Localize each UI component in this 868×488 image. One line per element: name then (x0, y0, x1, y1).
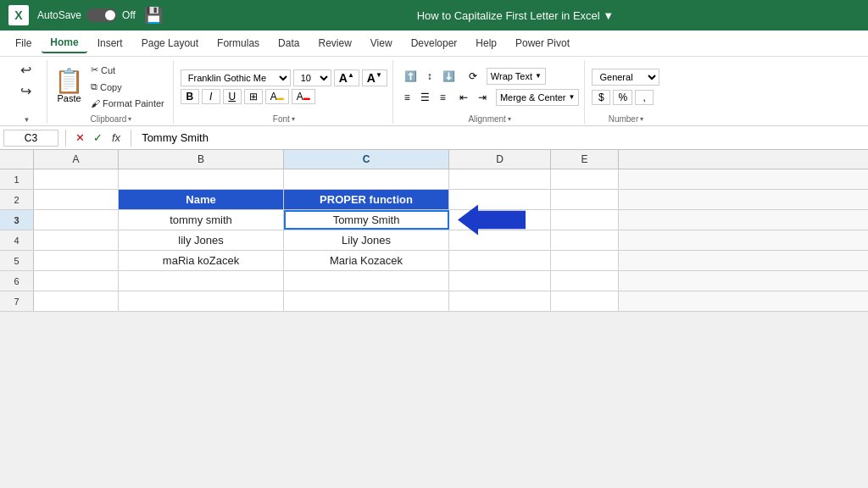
menu-insert[interactable]: Insert (89, 34, 131, 53)
formula-input[interactable] (138, 130, 865, 146)
cell-c2[interactable]: PROPER function (284, 190, 449, 209)
dollar-button[interactable]: $ (592, 90, 610, 105)
align-left-button[interactable]: ≡ (400, 89, 415, 106)
menu-page-layout[interactable]: Page Layout (133, 34, 207, 53)
undo-button[interactable]: ↩ (13, 60, 40, 80)
wrap-text-button[interactable]: Wrap Text ▼ (487, 68, 546, 85)
menu-review[interactable]: Review (309, 34, 359, 53)
border-button[interactable]: ⊞ (244, 89, 263, 104)
col-header-e[interactable]: E (551, 150, 619, 169)
cell-c3[interactable]: Tommy Smith (284, 210, 449, 230)
font-name-select[interactable]: Franklin Gothic Me (181, 69, 291, 86)
cell-a4[interactable] (34, 230, 119, 250)
align-middle-button[interactable]: ↕ (423, 68, 437, 85)
cell-a3[interactable] (34, 210, 119, 230)
cell-a5[interactable] (34, 251, 119, 270)
align-right-button[interactable]: ≡ (436, 89, 450, 106)
indent-increase-button[interactable]: ⇥ (474, 89, 491, 106)
menu-home[interactable]: Home (42, 33, 86, 53)
copy-button[interactable]: ⧉ Copy (87, 80, 168, 94)
cell-a1[interactable] (34, 169, 119, 189)
formula-bar-divider2 (131, 130, 131, 147)
cell-e1[interactable] (551, 169, 619, 189)
cell-e3[interactable] (551, 210, 619, 230)
col-header-d[interactable]: D (449, 150, 551, 169)
menu-developer[interactable]: Developer (403, 34, 466, 53)
cell-c4[interactable]: Lily Jones (284, 230, 449, 250)
cell-e5[interactable] (551, 251, 619, 270)
cell-b6[interactable] (119, 271, 284, 291)
indent-decrease-button[interactable]: ⇤ (455, 89, 472, 106)
cell-d4[interactable] (449, 230, 551, 250)
save-icon[interactable]: 💾 (144, 6, 163, 25)
fill-color-button[interactable]: A▬ (265, 89, 289, 104)
align-top-button[interactable]: ⬆️ (400, 68, 421, 85)
formula-cancel-button[interactable]: ✕ (73, 131, 87, 144)
number-format-select[interactable]: General (592, 69, 659, 86)
cell-b3[interactable]: tommy smith (119, 210, 284, 230)
cell-c1[interactable] (284, 169, 449, 189)
comma-button[interactable]: , (635, 90, 654, 105)
cell-d3[interactable] (449, 210, 551, 230)
redo-button[interactable]: ↪ (13, 81, 40, 101)
cell-d5[interactable] (449, 251, 551, 270)
font-color-button[interactable]: A▬ (292, 89, 315, 104)
undo-group: ↩ ↪ ▼ (5, 60, 47, 124)
autosave-toggle[interactable] (86, 8, 117, 22)
increase-font-button[interactable]: A▲ (334, 69, 359, 86)
col-header-c[interactable]: C (284, 150, 449, 169)
cell-e4[interactable] (551, 230, 619, 250)
cell-reference-input[interactable] (3, 130, 58, 147)
cell-b5[interactable]: maRia koZacek (119, 251, 284, 270)
undo-group-label: ▼ (22, 116, 31, 124)
cell-d1[interactable] (449, 169, 551, 189)
menu-file[interactable]: File (7, 34, 40, 53)
bold-button[interactable]: B (181, 89, 199, 104)
format-painter-button[interactable]: 🖌 Format Painter (87, 97, 168, 110)
merge-center-button[interactable]: Merge & Center ▼ (496, 89, 580, 106)
cell-b4[interactable]: lily Jones (119, 230, 284, 250)
percent-button[interactable]: % (613, 90, 632, 105)
italic-button[interactable]: I (202, 89, 220, 104)
paste-button[interactable]: 📋 Paste (54, 69, 84, 103)
cell-d6[interactable] (449, 271, 551, 291)
align-center-button[interactable]: ☰ (416, 89, 434, 106)
toggle-knob (105, 10, 115, 20)
cell-e6[interactable] (551, 271, 619, 291)
cell-e2[interactable] (551, 190, 619, 209)
ribbon-content: ↩ ↪ ▼ 📋 Paste ✂ Cut (0, 56, 868, 125)
menu-help[interactable]: Help (467, 34, 505, 53)
table-row: 6 (0, 271, 868, 291)
cell-d7[interactable] (449, 291, 551, 311)
cell-e7[interactable] (551, 291, 619, 311)
formula-confirm-button[interactable]: ✓ (91, 131, 105, 144)
align-bottom-button[interactable]: ⬇️ (438, 68, 459, 85)
cell-a2[interactable] (34, 190, 119, 209)
decrease-font-button[interactable]: A▼ (362, 69, 387, 86)
cell-d2[interactable] (449, 190, 551, 209)
cell-c7[interactable] (284, 291, 449, 311)
paste-icon: 📋 (54, 69, 84, 93)
title-dropdown-icon[interactable]: ▼ (603, 9, 614, 22)
cell-c5[interactable]: Maria Kozacek (284, 251, 449, 270)
number-expand-icon: ▾ (640, 115, 643, 123)
cell-b1[interactable] (119, 169, 284, 189)
font-size-select[interactable]: 10 (293, 69, 331, 86)
underline-button[interactable]: U (223, 89, 242, 104)
menu-data[interactable]: Data (270, 34, 308, 53)
menu-power-pivot[interactable]: Power Pivot (507, 34, 578, 53)
wrap-text-label: Wrap Text (491, 71, 532, 81)
cell-a6[interactable] (34, 271, 119, 291)
cell-c6[interactable] (284, 271, 449, 291)
cell-b2[interactable]: Name (119, 190, 284, 209)
angle-text-button[interactable]: ⟳ (465, 68, 481, 85)
col-header-a[interactable]: A (34, 150, 119, 169)
table-row: 3 tommy smith Tommy Smith (0, 210, 868, 230)
menu-formulas[interactable]: Formulas (209, 34, 268, 53)
cell-b7[interactable] (119, 291, 284, 311)
cell-a7[interactable] (34, 291, 119, 311)
col-header-b[interactable]: B (119, 150, 284, 169)
cut-button[interactable]: ✂ Cut (87, 63, 168, 77)
menu-view[interactable]: View (362, 34, 401, 53)
column-headers: A B C D E (0, 150, 868, 169)
